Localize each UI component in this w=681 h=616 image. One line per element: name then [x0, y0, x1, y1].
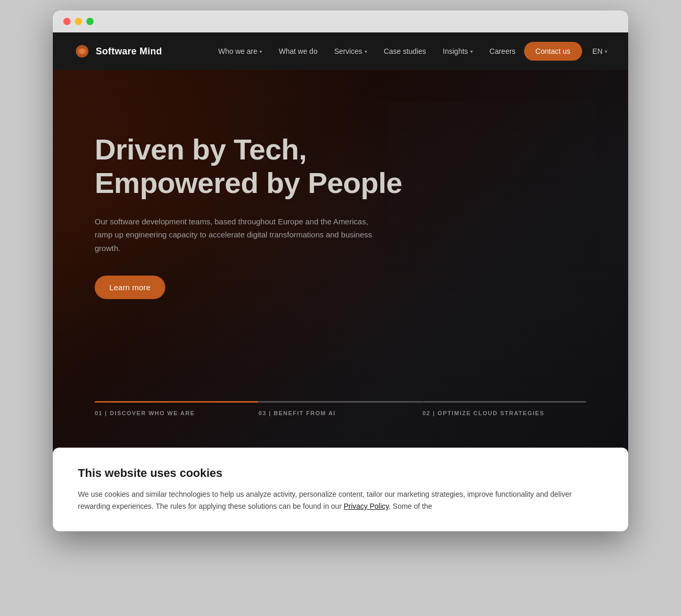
hero-section: Driven by Tech, Empowered by People Our … [53, 70, 628, 452]
privacy-policy-link[interactable]: Privacy Policy [344, 502, 389, 510]
slide-item-1[interactable]: 01 | DISCOVER WHO WE ARE [95, 401, 258, 426]
logo-icon [74, 43, 90, 60]
browser-window: Software Mind Who we are ▾ What we do Se… [53, 10, 628, 531]
slide-item-2[interactable]: 03 | BENEFIT FROM AI [258, 401, 422, 426]
cookie-title: This website uses cookies [78, 466, 603, 480]
nav-item-who-we-are[interactable]: Who we are ▾ [218, 47, 262, 55]
chevron-down-icon: ▾ [259, 49, 262, 54]
minimize-button[interactable] [75, 18, 82, 25]
nav-menu: Who we are ▾ What we do Services ▾ Case … [218, 47, 515, 55]
slide-label-2: 03 | BENEFIT FROM AI [258, 410, 336, 416]
language-selector[interactable]: EN ▾ [593, 47, 607, 55]
navbar: Software Mind Who we are ▾ What we do Se… [53, 32, 628, 70]
browser-chrome [53, 10, 628, 32]
hero-subtitle: Our software development teams, based th… [95, 215, 388, 255]
slide-indicators: 01 | DISCOVER WHO WE ARE 03 | BENEFIT FR… [53, 401, 628, 426]
slide-item-3[interactable]: 02 | OPTIMIZE CLOUD STRATEGIES [423, 401, 586, 426]
slide-bar-1 [95, 401, 258, 403]
chevron-down-icon: ▾ [470, 49, 473, 54]
close-button[interactable] [63, 18, 71, 25]
nav-item-case-studies[interactable]: Case studies [384, 47, 426, 55]
slide-bar-2 [258, 401, 422, 403]
chevron-down-icon: ▾ [365, 49, 367, 54]
nav-item-careers[interactable]: Careers [490, 47, 516, 55]
logo[interactable]: Software Mind [74, 43, 162, 60]
nav-item-services[interactable]: Services ▾ [334, 47, 367, 55]
slide-label-1: 01 | DISCOVER WHO WE ARE [95, 410, 195, 416]
contact-us-button[interactable]: Contact us [524, 42, 582, 61]
hero-title: Driven by Tech, Empowered by People [95, 133, 408, 200]
maximize-button[interactable] [86, 18, 94, 25]
svg-point-0 [80, 49, 84, 53]
cookie-banner: This website uses cookies We use cookies… [53, 448, 628, 531]
nav-item-what-we-do[interactable]: What we do [279, 47, 317, 55]
slide-bar-3 [423, 401, 586, 403]
nav-item-insights[interactable]: Insights ▾ [443, 47, 473, 55]
slide-label-3: 02 | OPTIMIZE CLOUD STRATEGIES [423, 410, 544, 416]
cookie-text: We use cookies and similar technologies … [78, 488, 603, 512]
chevron-down-icon: ▾ [605, 49, 607, 54]
hero-content: Driven by Tech, Empowered by People Our … [53, 70, 450, 330]
learn-more-button[interactable]: Learn more [95, 276, 165, 299]
logo-text: Software Mind [96, 46, 162, 57]
